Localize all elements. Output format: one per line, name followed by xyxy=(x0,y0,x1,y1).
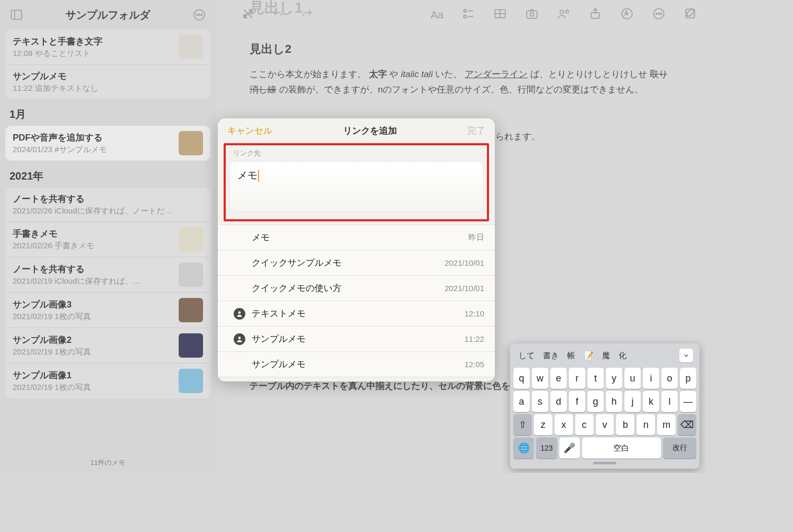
key-b[interactable]: b xyxy=(616,414,634,435)
person-icon xyxy=(234,308,245,320)
more-icon[interactable] xyxy=(652,7,666,23)
candidate-expand-icon[interactable] xyxy=(679,349,693,362)
svg-point-20 xyxy=(656,13,657,14)
key-c[interactable]: c xyxy=(575,414,594,435)
note-row[interactable]: PDFや音声を追加する2024/01/23 #サンプルメモ xyxy=(5,126,210,161)
person-icon xyxy=(234,333,245,345)
numbers-key[interactable]: 123 xyxy=(536,437,557,459)
key-y[interactable]: y xyxy=(606,368,622,389)
key-x[interactable]: x xyxy=(555,414,573,435)
sidebar-toggle-icon[interactable] xyxy=(7,6,25,24)
note-row[interactable]: ノートを共有する2021/02/19 iCloudに保存すれば、… xyxy=(5,257,210,293)
candidate[interactable]: 魔 xyxy=(600,350,612,362)
note-heading2: 見出し2 xyxy=(250,39,672,59)
link-suggestion-item[interactable]: サンプルメモ11:22 xyxy=(218,326,495,352)
return-key[interactable]: 改行 xyxy=(663,437,696,459)
note-row[interactable]: サンプルメモ11:22 追加テキストなし xyxy=(5,65,210,99)
svg-point-22 xyxy=(660,13,661,14)
text-format-icon[interactable]: Aa xyxy=(431,9,444,21)
svg-point-24 xyxy=(238,311,241,314)
svg-rect-13 xyxy=(527,11,537,18)
key-o[interactable]: o xyxy=(661,368,678,389)
key-k[interactable]: k xyxy=(643,391,659,412)
modal-done-button[interactable]: 完了 xyxy=(467,125,485,137)
key-s[interactable]: s xyxy=(532,391,548,412)
sidebar-more-icon[interactable] xyxy=(190,6,208,24)
key-q[interactable]: q xyxy=(513,368,530,389)
link-suggestion-item[interactable]: メモ昨日 xyxy=(218,225,495,250)
key-j[interactable]: j xyxy=(624,391,641,412)
add-link-modal: キャンセル リンクを追加 完了 リンク先 メモ メモ昨日クイックサンプルメモ20… xyxy=(218,118,495,381)
compose-icon[interactable] xyxy=(684,7,697,23)
key-—[interactable]: — xyxy=(680,391,696,412)
key-d[interactable]: d xyxy=(550,391,567,412)
key-n[interactable]: n xyxy=(637,414,655,435)
keyboard-drag-handle[interactable] xyxy=(593,462,616,464)
svg-rect-0 xyxy=(11,10,22,19)
space-key[interactable]: 空白 xyxy=(582,437,661,459)
key-i[interactable]: i xyxy=(643,368,659,389)
key-l[interactable]: l xyxy=(661,391,678,412)
candidate[interactable]: 📝 xyxy=(582,350,596,361)
note-heading-faded: 見出し1 xyxy=(250,0,303,18)
key-w[interactable]: w xyxy=(532,368,548,389)
globe-key[interactable]: 🌐 xyxy=(513,437,534,459)
link-field-highlight: リンク先 メモ xyxy=(224,143,489,221)
key-a[interactable]: a xyxy=(513,391,530,412)
svg-point-5 xyxy=(201,14,202,15)
candidate[interactable]: して xyxy=(517,350,537,362)
key-⌫[interactable]: ⌫ xyxy=(678,414,696,435)
candidate[interactable]: 書き xyxy=(541,350,561,362)
key-z[interactable]: z xyxy=(534,414,552,435)
key-⇧[interactable]: ⇧ xyxy=(513,414,532,435)
svg-point-4 xyxy=(199,14,200,15)
camera-icon[interactable] xyxy=(525,7,539,23)
key-m[interactable]: m xyxy=(657,414,676,435)
svg-point-25 xyxy=(238,337,241,339)
markup-icon[interactable] xyxy=(620,7,634,23)
key-u[interactable]: u xyxy=(624,368,641,389)
mic-key[interactable]: 🎤 xyxy=(559,437,580,459)
key-t[interactable]: t xyxy=(587,368,604,389)
candidate[interactable]: 化 xyxy=(616,350,629,362)
link-field-label: リンク先 xyxy=(229,147,484,161)
note-row[interactable]: サンプル画像32021/02/19 1枚の写真 xyxy=(5,293,210,328)
svg-point-14 xyxy=(530,13,534,16)
key-r[interactable]: r xyxy=(569,368,585,389)
key-g[interactable]: g xyxy=(587,391,604,412)
share-icon[interactable] xyxy=(588,7,602,23)
note-row[interactable]: テキストと手書き文字12:08 やることリスト xyxy=(5,30,210,65)
note-row[interactable]: 手書きメモ2021/02/26 手書きメモ xyxy=(5,222,210,257)
collaborate-icon[interactable] xyxy=(557,7,570,23)
key-h[interactable]: h xyxy=(606,391,622,412)
link-suggestion-item[interactable]: クイックメモの使い方2021/10/01 xyxy=(218,276,495,301)
link-input[interactable]: メモ xyxy=(229,161,484,212)
svg-point-21 xyxy=(658,13,659,14)
candidate[interactable]: 帳 xyxy=(565,350,577,362)
svg-point-15 xyxy=(560,10,564,14)
key-f[interactable]: f xyxy=(569,391,585,412)
sidebar-footer: 11件のメモ xyxy=(0,455,216,473)
note-row[interactable]: サンプル画像12021/02/19 1枚の写真 xyxy=(5,363,210,398)
link-suggestion-item[interactable]: テキストメモ12:10 xyxy=(218,301,495,326)
note-row[interactable]: ノートを共有する2021/02/26 iCloudに保存すれば、ノートだ… xyxy=(5,188,210,222)
table-icon[interactable] xyxy=(493,7,507,23)
section-label: 2021年 xyxy=(5,161,210,188)
modal-cancel-button[interactable]: キャンセル xyxy=(227,125,272,137)
sidebar-title: サンプルフォルダ xyxy=(25,8,190,22)
keyboard-candidates[interactable]: して書き帳📝魔化 xyxy=(513,347,696,366)
modal-title: リンクを追加 xyxy=(343,125,397,137)
checklist-icon[interactable] xyxy=(462,7,475,23)
key-e[interactable]: e xyxy=(550,368,567,389)
note-row[interactable]: サンプル画像22021/02/19 1枚の写真 xyxy=(5,328,210,363)
svg-point-3 xyxy=(197,14,198,15)
floating-keyboard[interactable]: して書き帳📝魔化 qwertyuiop asdfghjkl— ⇧zxcvbnm⌫… xyxy=(510,343,699,469)
link-suggestions: メモ昨日クイックサンプルメモ2021/10/01クイックメモの使い方2021/1… xyxy=(218,225,495,377)
key-v[interactable]: v xyxy=(596,414,614,435)
link-suggestion-item[interactable]: クイックサンプルメモ2021/10/01 xyxy=(218,250,495,276)
notes-list: テキストと手書き文字12:08 やることリストサンプルメモ11:22 追加テキス… xyxy=(0,30,216,455)
key-p[interactable]: p xyxy=(680,368,696,389)
svg-point-6 xyxy=(464,10,466,12)
text-caret xyxy=(258,170,259,182)
link-suggestion-item[interactable]: サンプルメモ12:05 xyxy=(218,352,495,377)
